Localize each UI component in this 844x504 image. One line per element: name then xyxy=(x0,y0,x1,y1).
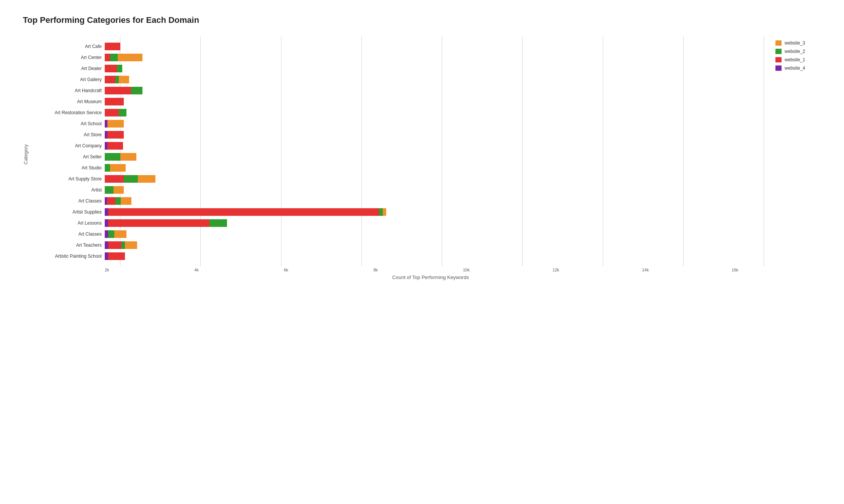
bar-row: Art Supply Store xyxy=(40,174,760,184)
segment-website1 xyxy=(105,43,120,50)
x-tick-14k: 14k xyxy=(642,268,732,272)
bar-row: Art Studio xyxy=(40,163,760,173)
legend-label-website_1: website_1 xyxy=(785,57,805,62)
legend-label-website_3: website_3 xyxy=(785,40,805,46)
segment-website2 xyxy=(131,87,142,94)
x-tick-6k: 6k xyxy=(284,268,373,272)
bar-row: Artistic Painting School xyxy=(40,251,760,261)
legend-color-website_4 xyxy=(775,65,782,71)
bar-row: Art Teachers xyxy=(40,240,760,250)
legend-label-website_2: website_2 xyxy=(785,49,805,54)
bar-label: Art Cafe xyxy=(40,44,105,49)
x-tick-10k: 10k xyxy=(463,268,553,272)
bar-row: Art Handcraft xyxy=(40,86,760,96)
chart-title: Top Performing Categories for Each Domai… xyxy=(23,15,821,25)
segment-website2 xyxy=(105,186,113,194)
bar-segments xyxy=(105,142,402,150)
segment-website4 xyxy=(105,131,107,139)
segment-website2 xyxy=(115,76,119,83)
segment-website1 xyxy=(108,208,379,216)
segment-website2 xyxy=(115,197,121,205)
bar-segments xyxy=(105,164,402,172)
bar-segments xyxy=(105,87,402,94)
bar-label: Art Center xyxy=(40,55,105,60)
bar-label: Artist Supplies xyxy=(40,209,105,215)
segment-website1 xyxy=(107,131,124,139)
segment-website2 xyxy=(105,164,110,172)
bar-segments xyxy=(105,76,402,83)
bar-segments xyxy=(105,54,402,61)
bar-label: Art Company xyxy=(40,143,105,148)
segment-website2 xyxy=(110,54,118,61)
bar-row: Art Gallery xyxy=(40,75,760,85)
x-axis-label: Count of Top Performing Keywords xyxy=(40,274,821,280)
x-tick-2k: 2k xyxy=(105,268,194,272)
bar-label: Artistic Painting School xyxy=(40,254,105,259)
bar-row: Art Museum xyxy=(40,97,760,107)
x-tick-16k: 16k xyxy=(732,268,821,272)
segment-website3 xyxy=(383,208,386,216)
bar-row: Art Seller xyxy=(40,152,760,162)
segment-website4 xyxy=(105,252,108,260)
segment-website1 xyxy=(105,76,115,83)
bar-segments xyxy=(105,252,402,260)
x-tick-12k: 12k xyxy=(553,268,642,272)
segment-website1 xyxy=(105,65,117,72)
bar-row: Art Restoration Service xyxy=(40,108,760,118)
segment-website2 xyxy=(379,208,382,216)
bar-segments xyxy=(105,219,402,227)
bar-segments xyxy=(105,230,402,238)
segment-website1 xyxy=(105,109,119,116)
segment-website2 xyxy=(105,153,120,161)
bar-row: Art Company xyxy=(40,141,760,151)
segment-website4 xyxy=(105,120,107,128)
x-tick-4k: 4k xyxy=(194,268,284,272)
segment-website1 xyxy=(105,175,124,183)
segment-website4 xyxy=(105,208,108,216)
segment-website4 xyxy=(105,219,108,227)
segment-website3 xyxy=(138,175,155,183)
segment-website2 xyxy=(108,230,114,238)
bar-label: Art Seller xyxy=(40,154,105,159)
legend-color-website_3 xyxy=(775,40,782,46)
segment-website1 xyxy=(108,241,121,249)
bar-label: Art Handcraft xyxy=(40,88,105,93)
bar-row: Artist Supplies xyxy=(40,207,760,217)
segment-website3 xyxy=(125,241,137,249)
bar-segments xyxy=(105,131,402,139)
bar-row: Art Store xyxy=(40,130,760,140)
bar-label: Art Museum xyxy=(40,99,105,104)
segment-website2 xyxy=(119,109,127,116)
bar-segments xyxy=(105,120,402,128)
bar-label: Art Gallery xyxy=(40,77,105,82)
bar-row: Artist xyxy=(40,185,760,195)
bar-row: Art School xyxy=(40,119,760,129)
bar-segments xyxy=(105,208,402,216)
segment-website4 xyxy=(105,142,107,150)
bar-label: Art Classes xyxy=(40,198,105,204)
bar-segments xyxy=(105,241,402,249)
bar-label: Art Teachers xyxy=(40,242,105,248)
bar-segments xyxy=(105,186,402,194)
segment-website1 xyxy=(107,197,116,205)
bar-segments xyxy=(105,153,402,161)
legend-color-website_1 xyxy=(775,57,782,62)
bar-segments xyxy=(105,98,402,105)
bar-segments xyxy=(105,175,402,183)
bar-row: Art Dealer xyxy=(40,64,760,73)
segment-website1 xyxy=(108,252,125,260)
bar-segments xyxy=(105,109,402,116)
legend-color-website_2 xyxy=(775,49,782,54)
segment-website3 xyxy=(114,230,126,238)
bar-segments xyxy=(105,65,402,72)
bar-label: Art School xyxy=(40,121,105,126)
segment-website1 xyxy=(105,54,110,61)
segment-website2 xyxy=(117,65,122,72)
segment-website1 xyxy=(105,87,131,94)
legend: website_3website_2website_1website_4 xyxy=(772,37,821,266)
segment-website4 xyxy=(105,230,108,238)
bar-row: Art Lessons xyxy=(40,218,760,228)
y-axis-label: Category xyxy=(23,40,29,269)
legend-item-website_1: website_1 xyxy=(775,57,817,62)
segment-website1 xyxy=(108,219,209,227)
